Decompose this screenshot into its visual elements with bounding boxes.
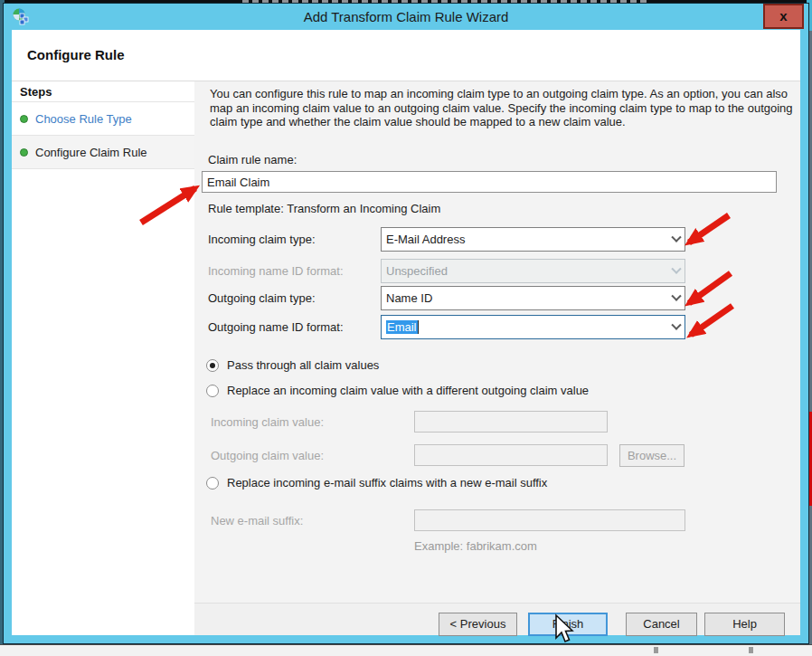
green-dot-icon bbox=[20, 115, 28, 123]
green-dot-icon bbox=[20, 148, 28, 157]
radio-selected-icon[interactable] bbox=[206, 359, 219, 372]
outgoing-claim-value-label: Outgoing claim value: bbox=[211, 449, 324, 462]
radio-unselected-icon[interactable] bbox=[206, 385, 219, 397]
background-tick bbox=[749, 647, 753, 653]
cancel-button[interactable]: Cancel bbox=[626, 613, 697, 636]
chevron-down-icon[interactable] bbox=[671, 290, 681, 300]
close-button[interactable]: x bbox=[763, 4, 804, 29]
outgoing-name-id-format-dropdown[interactable]: Email bbox=[381, 315, 685, 339]
new-email-suffix-label: New e-mail suffix: bbox=[211, 514, 303, 528]
chevron-down-icon bbox=[671, 263, 681, 273]
example-text: Example: fabrikam.com bbox=[414, 539, 537, 553]
steps-heading: Steps bbox=[12, 81, 194, 102]
outgoing-claim-type-label: Outgoing claim type: bbox=[208, 291, 316, 305]
radio-unselected-icon[interactable] bbox=[206, 477, 219, 490]
incoming-claim-type-dropdown[interactable]: E-Mail Address bbox=[381, 227, 685, 252]
incoming-name-id-format-dropdown: Unspecified bbox=[381, 259, 685, 283]
wizard-header: Configure Rule bbox=[12, 30, 800, 81]
selected-text: Email bbox=[386, 320, 419, 334]
outgoing-claim-value-input bbox=[414, 444, 608, 466]
dropdown-value: Unspecified bbox=[386, 264, 673, 278]
description-text: You can configure this rule to map an in… bbox=[210, 87, 796, 129]
claim-rule-name-label: Claim rule name: bbox=[208, 153, 297, 166]
radio-replace-claim-value[interactable]: Replace an incoming claim value with a d… bbox=[206, 384, 589, 397]
browse-button: Browse... bbox=[619, 444, 685, 467]
dropdown-value: Name ID bbox=[386, 291, 673, 305]
rule-template-text: Rule template: Transform an Incoming Cla… bbox=[208, 202, 440, 215]
window-title: Add Transform Claim Rule Wizard bbox=[4, 9, 808, 24]
sidebar-item-label: Choose Rule Type bbox=[35, 112, 132, 126]
incoming-claim-type-label: Incoming claim type: bbox=[208, 233, 316, 246]
finish-button[interactable]: Finish bbox=[528, 613, 608, 636]
background-window-bottom-edge bbox=[0, 644, 812, 656]
incoming-claim-value-label: Incoming claim value: bbox=[211, 415, 324, 429]
dialog-content: Configure Rule Steps Choose Rule Type Co… bbox=[12, 30, 800, 635]
dropdown-value: E-Mail Address bbox=[386, 233, 673, 246]
chevron-down-icon[interactable] bbox=[671, 319, 681, 329]
sidebar-item-label: Configure Claim Rule bbox=[35, 146, 147, 159]
radio-pass-through[interactable]: Pass through all claim values bbox=[206, 358, 379, 372]
radio-replace-email-suffix[interactable]: Replace incoming e-mail suffix claims wi… bbox=[206, 476, 547, 490]
incoming-name-id-format-label: Incoming name ID format: bbox=[208, 264, 344, 278]
steps-sidebar: Steps Choose Rule Type Configure Claim R… bbox=[12, 81, 194, 635]
screen: Add Transform Claim Rule Wizard x Config… bbox=[0, 0, 812, 656]
outgoing-claim-type-dropdown[interactable]: Name ID bbox=[381, 286, 685, 310]
incoming-claim-value-input bbox=[414, 411, 608, 433]
add-transform-claim-rule-wizard-dialog: Add Transform Claim Rule Wizard x Config… bbox=[4, 4, 808, 643]
rule-config-panel: You can configure this rule to map an in… bbox=[194, 81, 800, 635]
previous-button[interactable]: < Previous bbox=[439, 613, 517, 636]
outgoing-name-id-format-label: Outgoing name ID format: bbox=[208, 320, 344, 334]
new-email-suffix-input bbox=[414, 509, 685, 531]
claim-rule-name-input[interactable] bbox=[202, 171, 777, 193]
button-strip: < Previous Finish Cancel Help bbox=[194, 603, 800, 635]
background-tick bbox=[654, 647, 658, 653]
help-button[interactable]: Help bbox=[704, 613, 785, 636]
page-title: Configure Rule bbox=[27, 47, 125, 62]
sidebar-item-configure-claim-rule[interactable]: Configure Claim Rule bbox=[12, 136, 194, 169]
sidebar-item-choose-rule-type[interactable]: Choose Rule Type bbox=[12, 102, 194, 136]
chevron-down-icon[interactable] bbox=[671, 232, 681, 242]
title-bar[interactable]: Add Transform Claim Rule Wizard x bbox=[4, 4, 808, 30]
